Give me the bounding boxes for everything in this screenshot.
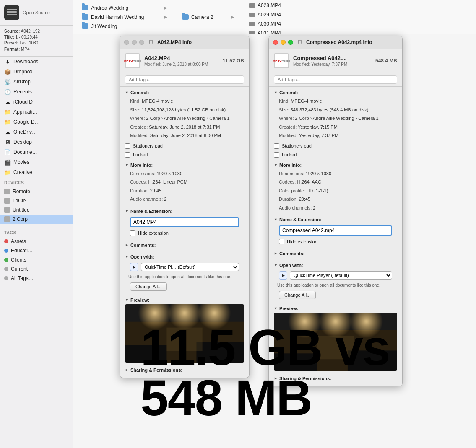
compressed-color-value: HD (1-1-1) <box>306 188 328 193</box>
sidebar-item-documents[interactable]: 📄Docume… <box>0 147 73 157</box>
compressed-tags-field[interactable] <box>274 75 397 84</box>
sidebar-item-2corp[interactable]: 2 Corp <box>0 215 73 224</box>
compressed-dur-label: Duration: <box>279 197 298 202</box>
tag-label-clients: Clients <box>11 257 26 263</box>
file-list-item-A029-MP4[interactable]: A029.MP4 <box>246 10 313 19</box>
sidebar-item-downloads[interactable]: ⬇Downloads <box>0 57 73 67</box>
original-codecs-label: Codecs: <box>130 179 147 184</box>
original-stationery-row: Stationery pad <box>120 142 249 150</box>
compressed-preview-header[interactable]: ▼ Preview: <box>274 304 397 313</box>
sidebar-locations: ⬇Downloads📦Dropbox📡AirDrop🕐Recents☁iClou… <box>0 57 73 177</box>
original-openwith-header[interactable]: ▼ Open with: <box>125 253 244 261</box>
compressed-openwith-select[interactable]: QuickTime Player (Default) <box>290 271 392 280</box>
original-codecs-row: Codecs: H.264, Linear PCM <box>125 178 244 186</box>
original-general-header[interactable]: ▼ General: <box>125 88 244 97</box>
compressed-created-label: Created: <box>279 124 297 129</box>
file-list-item-A031-MP4[interactable]: A031.MP4 <box>246 28 313 34</box>
file-list-item-A030-MP4[interactable]: A030.MP4 <box>246 19 313 28</box>
sidebar-tag-assets[interactable]: Assets <box>0 237 73 246</box>
preview-triangle-comp: ▼ <box>274 306 278 311</box>
tag-dot-education <box>4 249 8 253</box>
original-change-all-button[interactable]: Change All... <box>130 282 167 291</box>
browser-item-andrea[interactable]: Andrea Wedding ▶ <box>78 3 171 13</box>
compressed-moreinfo-header[interactable]: ▼ More Info: <box>274 161 397 169</box>
original-comments-header[interactable]: ▼ Comments: <box>125 241 244 249</box>
tl-close-original[interactable] <box>124 40 129 45</box>
original-stationery-checkbox[interactable] <box>125 143 130 149</box>
sidebar-tag-current[interactable]: Current <box>0 264 73 274</box>
compressed-moreinfo-section: ▼ More Info: Dimensions: 1920 × 1080 Cod… <box>269 159 402 214</box>
sidebar-item-icloud[interactable]: ☁iCloud D <box>0 97 73 107</box>
browser-item-camera2[interactable]: Camera 2 ▶ <box>179 13 238 22</box>
tl-min-compressed[interactable] <box>281 40 286 45</box>
compressed-hideext-checkbox[interactable] <box>279 239 284 244</box>
original-tags-field[interactable] <box>125 75 244 84</box>
compressed-locked-label: Locked <box>282 152 297 157</box>
folder-icon-camera2 <box>182 14 189 20</box>
chevron-david: ▶ <box>164 15 167 19</box>
compressed-openwith-header[interactable]: ▼ Open with: <box>274 261 397 269</box>
sidebar-item-lacie[interactable]: LaCie <box>0 196 73 205</box>
original-locked-row: Locked <box>120 150 249 159</box>
compressed-stationery-checkbox[interactable] <box>274 143 279 149</box>
compressed-sharing-title: Sharing & Permissions: <box>279 376 331 381</box>
tl-max-original[interactable] <box>139 40 144 45</box>
sidebar-item-label-desktop: Desktop <box>13 139 32 145</box>
sidebar-item-label-documents: Docume… <box>13 149 37 155</box>
compressed-where-label: Where: <box>279 116 294 121</box>
compressed-dim-row: Dimensions: 1920 × 1080 <box>274 169 397 178</box>
original-file-meta: A042.MP4 Modified: June 2, 2018 at 8:00 … <box>144 55 208 67</box>
tl-close-compressed[interactable] <box>273 40 278 45</box>
sidebar-tag-education[interactable]: Educati… <box>0 246 73 255</box>
sidebar-item-icon-onedrive: ☁ <box>4 129 11 135</box>
compressed-general-header[interactable]: ▼ General: <box>274 88 397 97</box>
sidebar: Open Source Source: A042, 192 Title: 1 -… <box>0 0 73 448</box>
sidebar-item-google[interactable]: 📁Google D… <box>0 117 73 127</box>
sidebar-tag-all-tags[interactable]: All Tags… <box>0 274 73 283</box>
general-triangle-orig: ▼ <box>125 91 129 95</box>
compressed-kind-row: Kind: MPEG-4 movie <box>274 97 397 106</box>
original-openwith-select[interactable]: QuickTime Pl… (Default) <box>141 263 239 271</box>
compressed-sharing-header[interactable]: ▼ Sharing & Permissions: <box>274 374 397 383</box>
file-list-item-A028-MP4[interactable]: A028.MP4 <box>246 1 313 10</box>
sidebar-item-onedrive[interactable]: ☁OneDriv… <box>0 127 73 137</box>
compressed-locked-checkbox[interactable] <box>274 152 279 158</box>
title-value: 1 - 00:29:44 <box>16 35 38 39</box>
compressed-nameext-header[interactable]: ▼ Name & Extension: <box>274 215 397 224</box>
tag-dot-clients <box>4 258 8 262</box>
original-name-input[interactable] <box>130 217 239 227</box>
original-moreinfo-header[interactable]: ▼ More Info: <box>125 161 244 169</box>
original-general-title: General: <box>130 90 149 95</box>
browser-item-david[interactable]: David Hannah Wedding ▶ <box>78 13 171 22</box>
col2-browser: Camera 2 ▶ <box>175 13 238 22</box>
moreinfo-triangle-comp: ▼ <box>274 163 278 167</box>
sidebar-item-creative[interactable]: 📁Creative <box>0 167 73 177</box>
original-preview-header[interactable]: ▼ Preview: <box>125 296 244 304</box>
sidebar-item-applications[interactable]: 📁Applicati… <box>0 107 73 117</box>
compressed-modified-label: Modified: <box>279 133 298 138</box>
compressed-codecs-label: Codecs: <box>279 179 296 184</box>
original-nameext-header[interactable]: ▼ Name & Extension: <box>125 207 244 215</box>
original-hideext-checkbox[interactable] <box>130 230 135 236</box>
sidebar-item-remote[interactable]: Remote <box>0 187 73 196</box>
sidebar-item-desktop[interactable]: 🖥Desktop <box>0 137 73 147</box>
compressed-audio-row: Audio channels: 2 <box>274 204 397 212</box>
sidebar-tag-clients[interactable]: Clients <box>0 255 73 264</box>
finder-browser-header: Andrea Wedding ▶ David Hannah Wedding ▶ … <box>73 0 476 34</box>
sidebar-item-airdrop[interactable]: 📡AirDrop <box>0 77 73 87</box>
compressed-name-input[interactable] <box>279 225 392 236</box>
sidebar-item-dropbox[interactable]: 📦Dropbox <box>0 67 73 77</box>
app-label: Open Source <box>23 10 50 15</box>
browser-item-jit[interactable]: Jit Wedding <box>78 22 171 31</box>
sidebar-item-movies[interactable]: 🎬Movies <box>0 157 73 167</box>
compressed-comments-header[interactable]: ▼ Comments: <box>274 249 397 258</box>
original-sharing-header[interactable]: ▼ Sharing & Permissions: <box>125 366 244 374</box>
original-locked-checkbox[interactable] <box>125 152 130 158</box>
sidebar-item-untitled[interactable]: Untitled <box>0 205 73 215</box>
compressed-where-row: Where: 2 Corp › Andre Allie Wedding › Ca… <box>274 114 397 123</box>
compressed-change-all-button[interactable]: Change All... <box>279 291 316 299</box>
tl-min-original[interactable] <box>132 40 137 45</box>
sidebar-item-recents[interactable]: 🕐Recents <box>0 87 73 97</box>
tl-max-compressed[interactable] <box>288 40 293 45</box>
folder-icon-andrea <box>82 5 88 10</box>
